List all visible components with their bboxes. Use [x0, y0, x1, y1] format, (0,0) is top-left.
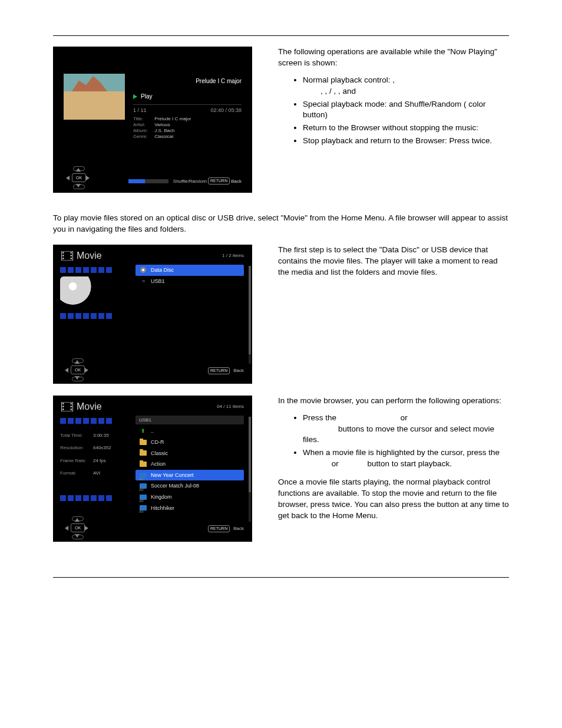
- list-item: Return to the Browser without stopping t…: [303, 123, 509, 134]
- top-rule: [53, 35, 509, 36]
- album-art: [64, 74, 125, 120]
- movie-intro: To play movie files stored on an optical…: [53, 213, 509, 235]
- list-item[interactable]: Classic: [135, 448, 244, 459]
- list-item[interactable]: Action: [135, 459, 244, 470]
- breadcrumb: USB1: [135, 416, 244, 424]
- film-strip-icon: [60, 313, 135, 319]
- film-icon: [61, 251, 73, 261]
- item-count: 04 / 11 items: [217, 403, 244, 410]
- track-info: Title: Prelude I C major Artist: Various…: [133, 116, 242, 140]
- return-badge: RETURN: [208, 525, 230, 532]
- movie-device-screenshot: Movie 1 / 2 items Data Disc ⎓USB1 OK RET…: [53, 245, 252, 384]
- track-counter: 1 / 11: [133, 107, 147, 114]
- now-playing-screenshot: Prelude I C major Play 1 / 11 02:40 / 05…: [53, 47, 252, 193]
- play-icon: [133, 94, 137, 99]
- svg-rect-9: [62, 406, 64, 407]
- list-item[interactable]: Soccer Match Jul-08: [135, 480, 244, 492]
- browser-ops-intro: In the movie browser, you can perform th…: [278, 396, 509, 407]
- device-select-text: The first step is to select the "Data Di…: [278, 245, 509, 278]
- film-icon: [61, 402, 73, 411]
- list-item[interactable]: Kingdom: [135, 492, 244, 503]
- up-icon: ⬆: [139, 428, 147, 435]
- list-item: Normal playback control: , , , / , , and: [303, 75, 509, 97]
- svg-rect-3: [62, 258, 64, 259]
- movie-browser-screenshot: Movie 04 / 11 items Total Time:3:00:35 R…: [53, 396, 252, 542]
- browser-ops-list: Press the or buttons to move the cursor …: [278, 413, 509, 470]
- row-now-playing: Prelude I C major Play 1 / 11 02:40 / 05…: [53, 47, 509, 193]
- row-movie-devices: Movie 1 / 2 items Data Disc ⎓USB1 OK RET…: [53, 245, 509, 384]
- disc-graphic: [60, 276, 103, 309]
- bottom-rule: [53, 577, 509, 578]
- file-info: Total Time:3:00:35 Resolution:640x352 Fr…: [60, 432, 135, 476]
- list-item: When a movie file is highlighted by the …: [303, 447, 509, 470]
- svg-rect-10: [62, 409, 64, 410]
- usb-icon: ⎓: [139, 278, 147, 285]
- play-indicator: Play: [133, 93, 242, 101]
- svg-rect-1: [62, 252, 64, 253]
- svg-rect-11: [71, 403, 72, 404]
- list-item[interactable]: Hitchhiker: [135, 503, 244, 514]
- svg-rect-4: [71, 252, 72, 253]
- film-strip-icon: [60, 495, 135, 501]
- folder-icon: [140, 450, 147, 456]
- disc-icon: [140, 267, 146, 273]
- svg-rect-8: [62, 403, 64, 404]
- row-movie-browser: Movie 04 / 11 items Total Time:3:00:35 R…: [53, 396, 509, 542]
- list-item: Stop playback and return to the Browser:…: [303, 136, 509, 147]
- svg-rect-13: [71, 409, 72, 410]
- movie-file-icon: [140, 505, 147, 510]
- folder-icon: [140, 440, 147, 445]
- movie-header: Movie: [61, 400, 102, 413]
- svg-rect-2: [62, 255, 64, 256]
- browser-outro: Once a movie file starts playing, the no…: [278, 477, 509, 522]
- list-item: Press the or buttons to move the cursor …: [303, 413, 509, 446]
- play-label: Play: [141, 93, 152, 101]
- item-count: 1 / 2 items: [222, 252, 244, 259]
- intro-text: The following operations are available w…: [278, 47, 509, 69]
- ok-pad: OK: [64, 360, 90, 380]
- device-item[interactable]: Data Disc: [135, 265, 244, 276]
- list-item[interactable]: New Year Concert: [135, 470, 244, 481]
- track-title: Prelude I C major: [133, 77, 242, 85]
- svg-rect-6: [71, 258, 72, 259]
- list-item: Special playback mode: and Shuffle/Rando…: [303, 99, 509, 121]
- movie-file-icon: [140, 495, 147, 500]
- ok-pad: OK: [64, 518, 90, 538]
- svg-rect-5: [71, 255, 72, 256]
- movie-header: Movie: [61, 249, 102, 262]
- film-strip-icon: [60, 267, 135, 273]
- list-item[interactable]: CD-R: [135, 437, 244, 448]
- movie-file-icon: [140, 473, 147, 478]
- progress-bar: [128, 179, 168, 183]
- device-item[interactable]: ⎓USB1: [135, 276, 244, 287]
- list-item[interactable]: ⬆..: [135, 426, 244, 437]
- np-ops-list: Normal playback control: , , , / , , and…: [278, 75, 509, 147]
- return-badge: RETURN: [208, 367, 230, 374]
- return-badge: RETURN: [208, 177, 230, 185]
- movie-file-icon: [140, 483, 147, 489]
- svg-rect-12: [71, 406, 72, 407]
- folder-icon: [140, 462, 147, 467]
- track-time: 02:40 / 05:38: [210, 107, 242, 114]
- film-strip-icon: [60, 418, 135, 424]
